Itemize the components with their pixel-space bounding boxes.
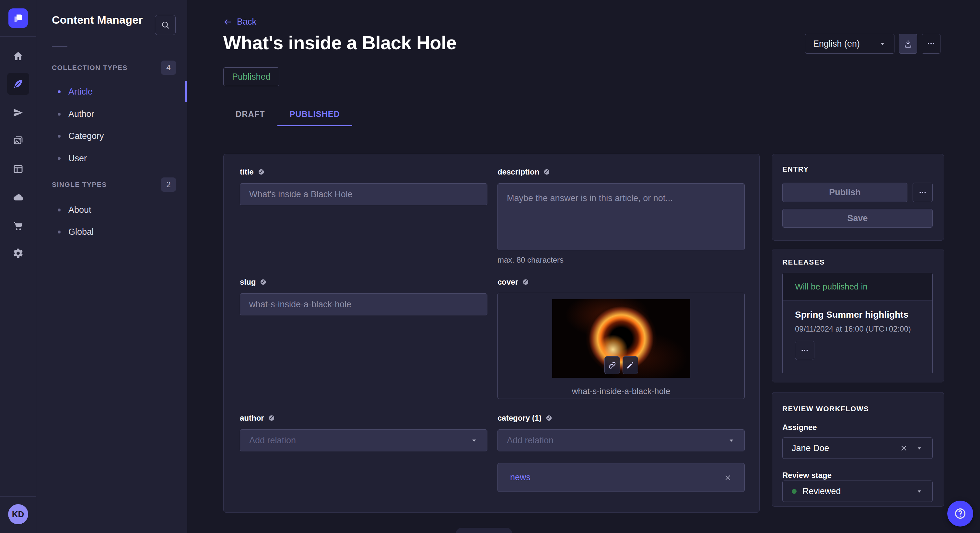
assignee-combobox[interactable]: Jane Doe — [782, 438, 933, 459]
user-avatar[interactable]: KD — [8, 504, 28, 524]
author-relation-combobox[interactable]: Add relation — [240, 429, 487, 451]
nav-settings-button[interactable] — [7, 242, 29, 264]
collection-types-count-badge: 4 — [161, 60, 176, 75]
release-date: 09/11/2024 at 16:00 (UTC+02:00) — [795, 324, 920, 333]
nav-content-type-builder-button[interactable] — [7, 158, 29, 180]
globe-icon — [522, 279, 529, 286]
releases-heading: RELEASES — [782, 258, 825, 266]
page-title: What's inside a Black Hole — [223, 32, 457, 54]
content-type-builder-icon — [13, 163, 24, 174]
description-textarea[interactable]: Maybe the answer is in this article, or … — [498, 183, 745, 250]
release-more-button[interactable] — [795, 341, 815, 360]
field-title-label: title — [240, 167, 254, 176]
more-horizontal-icon — [918, 188, 927, 197]
save-button[interactable]: Save — [782, 209, 933, 228]
edit-media-button[interactable] — [622, 356, 638, 374]
nav-releases-button[interactable] — [7, 102, 29, 124]
release-banner: Will be published in — [783, 273, 932, 300]
chevron-down-icon — [727, 436, 735, 444]
strapi-logo-icon — [13, 13, 24, 24]
bullet-icon — [58, 209, 60, 211]
nav-bottom-divider — [0, 497, 36, 497]
question-mark-icon — [953, 507, 967, 520]
field-author-label-row: author — [240, 413, 487, 423]
description-textarea-value: Maybe the answer is in this article, or … — [507, 192, 673, 205]
field-description-label: description — [498, 167, 539, 176]
category-relation-item: news — [498, 463, 745, 492]
sidebar-item-about[interactable]: About — [36, 199, 187, 221]
marketplace-cart-icon — [13, 220, 24, 232]
nav-media-library-button[interactable] — [7, 130, 29, 152]
sidebar-item-article[interactable]: Article — [36, 81, 187, 103]
field-cover: cover what-s-inside-a-black-hole — [498, 277, 745, 399]
settings-gear-icon — [13, 248, 24, 259]
version-tabs: DRAFT PUBLISHED — [223, 103, 352, 126]
sidebar-item-label: Category — [68, 131, 104, 141]
sidebar-item-label: Global — [68, 227, 94, 237]
more-horizontal-icon — [926, 39, 935, 48]
author-placeholder: Add relation — [249, 436, 296, 446]
download-button[interactable] — [899, 34, 917, 54]
tab-draft[interactable]: DRAFT — [223, 103, 277, 126]
more-horizontal-icon — [800, 346, 809, 355]
globe-icon — [543, 168, 550, 176]
help-button[interactable] — [947, 501, 973, 527]
category-relation-combobox[interactable]: Add relation — [498, 429, 745, 451]
sidebar-item-author[interactable]: Author — [36, 103, 187, 125]
section-collection-types: COLLECTION TYPES — [52, 64, 128, 71]
section-single-types: SINGLE TYPES — [52, 181, 107, 189]
bullet-icon — [58, 135, 60, 138]
title-input-value: What's inside a Black Hole — [249, 189, 353, 200]
search-icon — [161, 20, 170, 30]
review-stage-combobox[interactable]: Reviewed — [782, 481, 933, 502]
header-actions: English (en) — [805, 34, 940, 54]
chevron-down-icon — [470, 436, 478, 444]
locale-value: English (en) — [813, 39, 860, 49]
cover-actions — [605, 356, 638, 374]
nav-marketplace-button[interactable] — [7, 215, 29, 237]
sidebar-item-global[interactable]: Global — [36, 221, 187, 243]
entry-more-button[interactable] — [913, 182, 933, 202]
title-input[interactable]: What's inside a Black Hole — [240, 183, 487, 205]
bullet-icon — [58, 113, 60, 116]
chevron-down-icon — [915, 444, 923, 452]
sidebar-item-category[interactable]: Category — [36, 125, 187, 147]
nav-cloud-button[interactable] — [7, 186, 29, 208]
chevron-down-icon — [915, 487, 923, 495]
relation-link-news[interactable]: news — [510, 473, 530, 482]
entry-form-panel: title What's inside a Black Hole descrip… — [223, 154, 760, 512]
entry-panel: ENTRY Publish Save — [772, 154, 944, 241]
field-category: category (1) Add relation news — [498, 413, 745, 492]
locale-select[interactable]: English (en) — [805, 34, 894, 54]
tab-published[interactable]: PUBLISHED — [277, 103, 352, 126]
nav-divider — [0, 36, 36, 36]
slug-input-value: what-s-inside-a-black-hole — [249, 300, 351, 309]
main-nav-rail: KD — [0, 0, 36, 533]
main-content: Back What's inside a Black Hole Publishe… — [187, 0, 980, 533]
stage-status-dot — [792, 489, 797, 494]
back-label: Back — [237, 17, 256, 27]
nav-home-button[interactable] — [7, 45, 29, 67]
clear-icon[interactable] — [899, 444, 908, 453]
publish-button[interactable]: Publish — [782, 182, 907, 202]
next-section-peek — [456, 528, 512, 533]
header-more-button[interactable] — [922, 34, 940, 54]
field-slug-label-row: slug — [240, 277, 487, 287]
strapi-logo[interactable] — [8, 8, 28, 28]
review-workflows-panel: REVIEW WORKFLOWS Assignee Jane Doe Revie… — [772, 392, 944, 507]
field-cover-label: cover — [498, 278, 518, 287]
copy-link-button[interactable] — [605, 356, 620, 374]
panel-divider — [52, 46, 67, 47]
back-link[interactable]: Back — [223, 17, 256, 27]
pencil-icon — [626, 361, 635, 370]
cover-media-card: what-s-inside-a-black-hole — [498, 293, 745, 399]
remove-relation-button[interactable] — [724, 473, 732, 482]
nav-content-manager-button[interactable] — [7, 73, 29, 95]
release-name: Spring Summer highlights — [795, 309, 920, 320]
field-author-label: author — [240, 414, 264, 423]
cloud-icon — [13, 192, 24, 203]
sidebar-item-user[interactable]: User — [36, 148, 187, 169]
link-icon — [608, 361, 616, 370]
slug-input[interactable]: what-s-inside-a-black-hole — [240, 293, 487, 316]
search-button[interactable] — [155, 15, 176, 35]
